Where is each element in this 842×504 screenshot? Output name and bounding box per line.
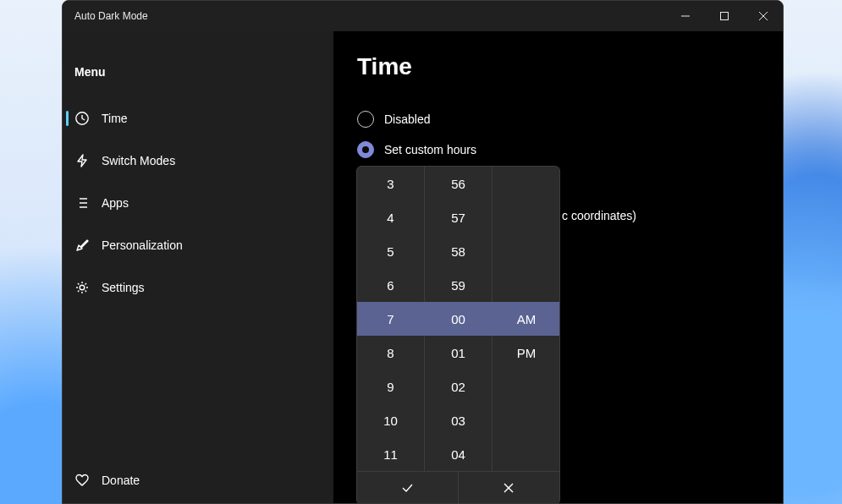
picker-hour-item[interactable]: 7 — [357, 302, 424, 336]
picker-minute-item[interactable]: 04 — [425, 437, 492, 471]
lightning-icon — [74, 153, 90, 168]
radio-label: Disabled — [384, 112, 430, 126]
close-button[interactable] — [744, 1, 783, 31]
picker-minute-item[interactable]: 01 — [425, 336, 492, 370]
radio-label: Set custom hours — [384, 143, 476, 156]
picker-minute-item[interactable]: 58 — [425, 234, 492, 268]
clock-icon — [74, 111, 90, 126]
minimize-button[interactable] — [666, 1, 705, 31]
picker-hour-item[interactable]: 5 — [357, 234, 424, 268]
sidebar-item-donate[interactable]: Donate — [63, 457, 333, 503]
picker-minute-item[interactable]: 56 — [425, 167, 492, 200]
maximize-button[interactable] — [705, 1, 744, 31]
sidebar-item-personalization[interactable]: Personalization — [63, 224, 333, 266]
sidebar-item-label: Apps — [102, 196, 129, 210]
sidebar-item-label: Time — [102, 112, 128, 125]
sidebar-item-apps[interactable]: Apps — [63, 182, 333, 224]
radio-icon — [357, 141, 374, 158]
close-icon — [759, 12, 768, 20]
check-icon — [400, 481, 414, 495]
sidebar-item-label: Personalization — [102, 238, 183, 252]
picker-minute-item[interactable]: 57 — [425, 200, 492, 234]
sidebar-item-label: Switch Modes — [102, 154, 175, 167]
picker-hour-item[interactable]: 4 — [357, 200, 424, 234]
svg-point-11 — [80, 285, 85, 290]
picker-hour-item[interactable]: 6 — [357, 268, 424, 302]
minimize-icon — [681, 12, 690, 20]
window-controls — [666, 1, 783, 31]
picker-minute-item[interactable]: 00 — [425, 302, 492, 336]
picker-hour-item[interactable]: 10 — [357, 403, 424, 437]
window-title: Auto Dark Mode — [74, 10, 148, 22]
picker-footer — [357, 471, 559, 504]
heart-icon — [74, 473, 90, 488]
picker-ampm-item[interactable]: AM — [493, 302, 560, 336]
page-title: Time — [357, 53, 761, 80]
maximize-icon — [720, 12, 729, 20]
sidebar-item-switch-modes[interactable]: Switch Modes — [63, 140, 333, 182]
picker-hour-item[interactable]: 8 — [357, 336, 424, 370]
radio-icon — [357, 111, 374, 128]
list-icon — [74, 195, 90, 211]
picker-minute-item[interactable]: 03 — [425, 403, 492, 437]
radio-set-custom-hours[interactable]: Set custom hours — [357, 134, 761, 165]
radio-disabled[interactable]: Disabled — [357, 104, 761, 134]
sidebar-item-label: Settings — [102, 281, 145, 294]
menu-list: Time Switch Modes Apps — [63, 97, 333, 503]
picker-col-minute[interactable]: 56 57 58 59 00 01 02 03 04 — [425, 167, 493, 471]
time-picker-flyout: 3 4 5 6 7 8 9 10 11 56 57 58 59 00 01 02… — [356, 166, 560, 504]
sidebar: Menu Time Switch Modes — [63, 31, 333, 503]
picker-cancel-button[interactable] — [459, 472, 560, 504]
picker-minute-item[interactable]: 59 — [425, 268, 492, 302]
x-icon — [503, 482, 515, 494]
menu-header: Menu — [63, 41, 333, 97]
svg-rect-1 — [721, 13, 729, 20]
sidebar-item-settings[interactable]: Settings — [63, 266, 333, 309]
app-window: Auto Dark Mode Menu Time — [62, 0, 784, 504]
picker-col-hour[interactable]: 3 4 5 6 7 8 9 10 11 — [357, 167, 425, 471]
picker-hour-item[interactable]: 3 — [357, 167, 424, 200]
sidebar-item-label: Donate — [102, 474, 140, 487]
title-bar: Auto Dark Mode — [63, 1, 783, 31]
brush-icon — [74, 238, 90, 253]
picker-accept-button[interactable] — [357, 472, 459, 504]
gear-icon — [74, 280, 90, 295]
coordinates-text-fragment: c coordinates) — [562, 209, 636, 222]
picker-hour-item[interactable]: 9 — [357, 370, 424, 403]
sidebar-item-time[interactable]: Time — [63, 97, 333, 140]
picker-ampm-item[interactable]: PM — [493, 336, 560, 370]
picker-hour-item[interactable]: 11 — [357, 437, 424, 471]
picker-col-ampm[interactable]: AM PM — [493, 167, 560, 471]
picker-minute-item[interactable]: 02 — [425, 370, 492, 403]
